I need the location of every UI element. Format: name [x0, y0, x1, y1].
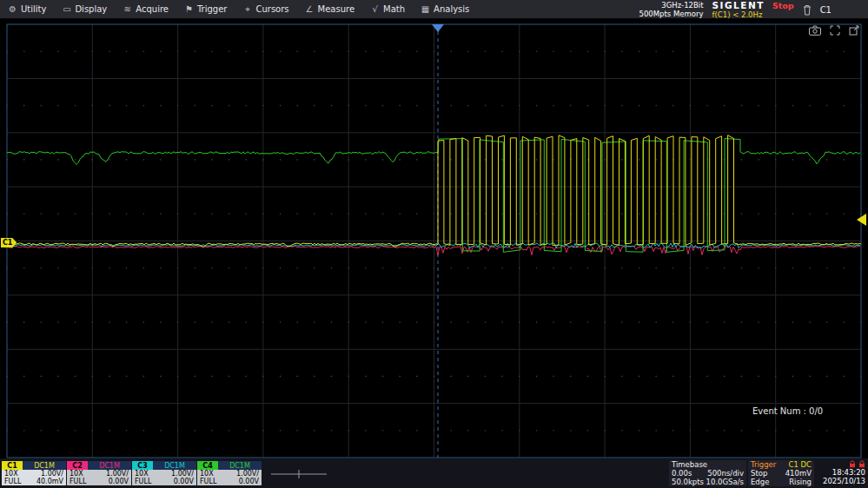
channel-box-c3[interactable]: C3 DC1M 10X1.00V/ FULL0.00V [132, 461, 196, 485]
bw-c3: FULL [135, 478, 151, 485]
menu-trigger[interactable]: ⚑ Trigger [176, 0, 235, 19]
offset-c3: 0.00V [174, 478, 194, 485]
channel-descriptor-row: C1 DC1M 10X1.00V/ FULL40.0mV C2 DC1M 10X… [2, 461, 262, 485]
trigger-slope: Rising [789, 478, 812, 486]
bw-c1: FULL [4, 478, 21, 485]
brand-logo: SIGLENT [712, 1, 765, 10]
timebase-delay: 0.00s [672, 469, 692, 478]
scale-c3: 1.00V/ [171, 470, 194, 478]
acquire-wave-icon: ≋ [123, 4, 132, 14]
trigger-source: C1 DC [788, 460, 812, 469]
atten-c2: 10X [70, 470, 83, 478]
math-sqrt-icon: √ [370, 4, 380, 14]
menu-measure-label: Measure [318, 4, 355, 14]
channel-badge-c3: C3 [132, 461, 153, 470]
scope-spec: 3GHz-12Bit 500Mpts Memory [639, 1, 704, 18]
bandwidth-label: 3GHz-12Bit [639, 1, 704, 10]
timebase-rate: 10.0GSa/s [706, 478, 744, 486]
waveform-preview-icon[interactable] [269, 464, 330, 485]
frequency-readout: f(C1) < 2.0Hz [712, 10, 794, 19]
offset-c4: 0.00V [239, 478, 259, 485]
fullscreen-icon[interactable] [830, 25, 840, 36]
lock-icon[interactable] [858, 460, 865, 468]
coupling-c2: DC1M [88, 461, 131, 470]
coupling-c4: DC1M [218, 461, 262, 470]
trigger-position-marker[interactable] [432, 24, 444, 32]
popout-window-icon[interactable] [849, 25, 859, 36]
menu-acquire[interactable]: ≋ Acquire [115, 0, 176, 19]
timebase-panel[interactable]: Timebase 0.00s500ns/div 50.0kpts10.0GSa/… [669, 460, 746, 486]
atten-c1: 10X [4, 470, 18, 478]
channel-badge-c4: C4 [197, 461, 218, 470]
clock-panel: 18:43:20 2025/10/13 [818, 460, 865, 485]
offset-c2: 0.00V [109, 478, 129, 485]
menu-math[interactable]: √ Math [362, 0, 413, 19]
status-icons [818, 460, 865, 468]
menu-math-label: Math [383, 4, 405, 14]
menu-utility-label: Utility [21, 4, 46, 14]
channel-box-c2[interactable]: C2 DC1M 10X1.00V/ FULL0.00V [67, 461, 131, 485]
measure-ruler-icon: ∠ [305, 4, 315, 14]
menu-cursors[interactable]: ⌖ Cursors [235, 0, 296, 19]
screenshot-camera-icon[interactable] [809, 25, 821, 36]
bw-c2: FULL [70, 478, 86, 485]
graticule[interactable] [0, 19, 868, 458]
coupling-c3: DC1M [153, 461, 196, 470]
atten-c3: 10X [135, 470, 149, 478]
timebase-points: 50.0kpts [672, 478, 704, 486]
lock-icon[interactable] [849, 460, 856, 468]
analysis-chart-icon: ▦ [421, 4, 430, 14]
atten-c4: 10X [200, 470, 214, 478]
display-monitor-icon: ▭ [62, 4, 71, 14]
cursors-crosshair-icon: ⌖ [242, 4, 252, 15]
scale-c2: 1.00V/ [106, 470, 129, 478]
timebase-title: Timebase [672, 460, 707, 469]
menu-acquire-label: Acquire [136, 4, 169, 14]
trigger-level: 410mV [785, 469, 812, 478]
coupling-c1: DC1M [23, 461, 66, 470]
memory-label: 500Mpts Memory [639, 10, 704, 18]
top-menu-bar: ⚙ Utility ▭ Display ≋ Acquire ⚑ Trigger … [0, 0, 868, 19]
utility-gear-icon: ⚙ [8, 4, 17, 14]
topbar-right: 3GHz-12Bit 500Mpts Memory SIGLENT Stop f… [639, 0, 832, 19]
display-quick-icons [809, 25, 859, 36]
event-num-readout: Event Num : 0/0 [752, 406, 823, 416]
menu-display[interactable]: ▭ Display [54, 0, 115, 19]
scale-c4: 1.00V/ [236, 470, 259, 478]
recycle-bin-icon[interactable] [803, 4, 812, 16]
trigger-level-marker[interactable] [857, 214, 866, 226]
channel-badge-c1: C1 [2, 461, 23, 470]
trigger-panel[interactable]: TriggerC1 DC Stop410mV EdgeRising [748, 460, 814, 486]
menu-display-label: Display [75, 4, 107, 14]
channel-badge-c2: C2 [67, 461, 88, 470]
clock-date: 2025/10/13 [818, 477, 865, 485]
brand-block: SIGLENT Stop f(C1) < 2.0Hz [712, 1, 794, 19]
trigger-title: Trigger [751, 460, 776, 469]
timebase-scale: 500ns/div [707, 469, 744, 478]
channel-box-c4[interactable]: C4 DC1M 10X1.00V/ FULL0.00V [197, 461, 262, 485]
scale-c1: 1.00V/ [41, 470, 63, 478]
menu-analysis[interactable]: ▦ Analysis [413, 0, 477, 19]
trigger-status: Stop [751, 469, 767, 478]
trigger-flag-icon: ⚑ [184, 4, 194, 14]
clock-time: 18:43:20 [818, 468, 865, 477]
menu-trigger-label: Trigger [197, 4, 228, 14]
trigger-type: Edge [751, 478, 769, 486]
run-state-badge[interactable]: Stop [772, 2, 794, 10]
menu-measure[interactable]: ∠ Measure [297, 0, 363, 19]
waveform-display[interactable]: C1 Event Num : 0/0 [0, 19, 868, 458]
channel-box-c1[interactable]: C1 DC1M 10X1.00V/ FULL40.0mV [2, 461, 66, 485]
active-channel-label: C1 [820, 5, 832, 15]
bottom-status-bar: C1 DC1M 10X1.00V/ FULL40.0mV C2 DC1M 10X… [0, 458, 868, 488]
bw-c4: FULL [200, 478, 216, 485]
menu-analysis-label: Analysis [434, 4, 469, 14]
offset-c1: 40.0mV [36, 478, 63, 485]
menu-cursors-label: Cursors [255, 4, 288, 14]
menu-utility[interactable]: ⚙ Utility [0, 0, 54, 19]
